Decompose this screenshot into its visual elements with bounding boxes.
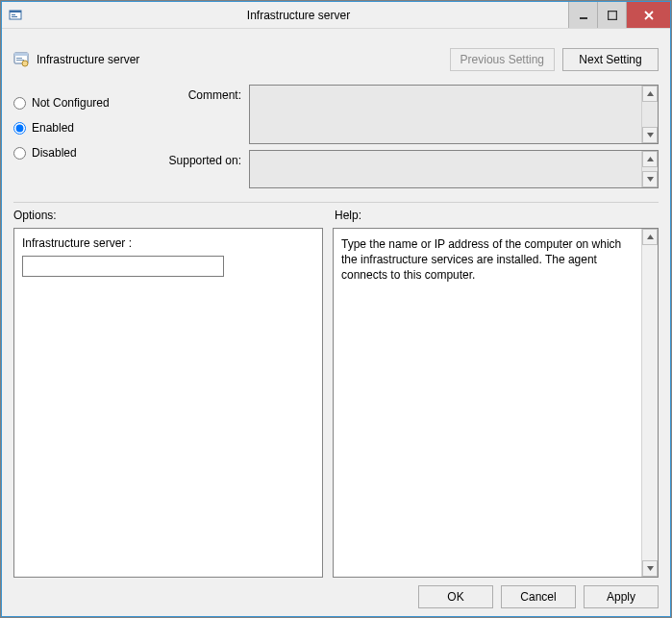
page-title: Infrastructure server <box>37 53 139 66</box>
dialog-content: Infrastructure server Previous Setting N… <box>2 29 670 616</box>
radio-label: Enabled <box>32 121 74 135</box>
scrollbar[interactable] <box>641 151 658 187</box>
comment-textarea[interactable] <box>249 85 659 144</box>
help-section-label: Help: <box>335 209 659 222</box>
policy-icon <box>13 52 29 67</box>
radio-disabled[interactable]: Disabled <box>13 140 162 165</box>
header-row: Infrastructure server Previous Setting N… <box>13 40 659 79</box>
dialog-footer: OK Cancel Apply <box>13 578 659 608</box>
svg-rect-2 <box>12 14 15 15</box>
help-text: Type the name or IP address of the compu… <box>341 236 635 284</box>
state-radio-group: Not Configured Enabled Disabled <box>13 85 162 165</box>
help-panel: Type the name or IP address of the compu… <box>333 228 659 578</box>
scroll-up-icon[interactable] <box>642 151 658 167</box>
svg-point-10 <box>22 61 28 66</box>
svg-rect-8 <box>16 58 22 59</box>
scroll-down-icon[interactable] <box>642 560 658 577</box>
radio-enabled-input[interactable] <box>13 122 26 135</box>
previous-setting-label: Previous Setting <box>460 53 544 66</box>
window-icon <box>2 2 29 28</box>
infrastructure-server-input[interactable] <box>22 256 224 277</box>
scrollbar[interactable] <box>641 229 658 577</box>
window-controls <box>568 2 670 28</box>
panels: Infrastructure server : Type the name or… <box>13 228 659 578</box>
comment-label: Comment: <box>162 85 249 102</box>
svg-rect-5 <box>608 11 616 19</box>
radio-enabled[interactable]: Enabled <box>13 115 162 140</box>
ok-label: OK <box>447 590 463 604</box>
maximize-button[interactable] <box>597 2 626 28</box>
section-labels: Options: Help: <box>13 209 659 222</box>
previous-setting-button: Previous Setting <box>450 48 555 71</box>
scroll-up-icon[interactable] <box>642 229 658 245</box>
dialog-window: Infrastructure server <box>1 1 671 617</box>
svg-rect-9 <box>16 60 24 61</box>
radio-label: Not Configured <box>32 96 110 110</box>
cancel-label: Cancel <box>520 590 556 604</box>
radio-not-configured-input[interactable] <box>13 97 26 110</box>
scroll-down-icon[interactable] <box>642 127 658 143</box>
svg-rect-1 <box>10 11 21 12</box>
infrastructure-server-label: Infrastructure server : <box>22 236 314 250</box>
title-bar[interactable]: Infrastructure server <box>2 2 670 29</box>
options-panel: Infrastructure server : <box>13 228 323 578</box>
window-title: Infrastructure server <box>29 2 568 28</box>
radio-label: Disabled <box>32 146 77 160</box>
options-section-label: Options: <box>13 209 335 222</box>
cancel-button[interactable]: Cancel <box>501 585 576 608</box>
radio-not-configured[interactable]: Not Configured <box>13 90 162 115</box>
scroll-down-icon[interactable] <box>642 171 658 187</box>
apply-button[interactable]: Apply <box>584 585 659 608</box>
configuration-area: Not Configured Enabled Disabled Comment: <box>13 85 659 194</box>
scroll-up-icon[interactable] <box>642 86 658 102</box>
svg-rect-3 <box>12 16 17 17</box>
svg-rect-7 <box>14 53 28 56</box>
supported-on-textarea[interactable] <box>249 150 659 188</box>
next-setting-label: Next Setting <box>579 53 641 66</box>
scrollbar[interactable] <box>641 86 658 143</box>
apply-label: Apply <box>607 590 635 604</box>
svg-rect-4 <box>580 17 587 19</box>
supported-on-label: Supported on: <box>162 150 249 167</box>
next-setting-button[interactable]: Next Setting <box>562 48 659 71</box>
close-button[interactable] <box>626 2 670 28</box>
ok-button[interactable]: OK <box>418 585 493 608</box>
divider <box>13 202 659 203</box>
radio-disabled-input[interactable] <box>13 147 26 160</box>
minimize-button[interactable] <box>568 2 597 28</box>
